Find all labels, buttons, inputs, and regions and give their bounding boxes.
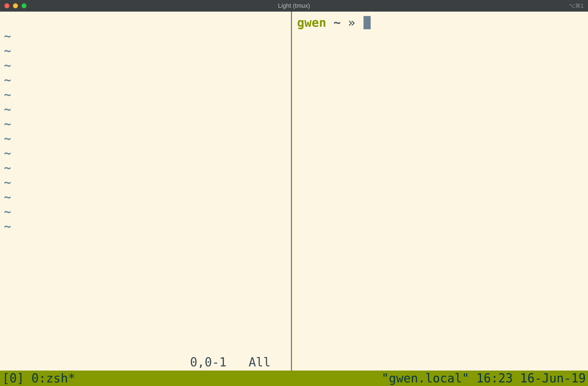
tmux-window-name[interactable]: 0:zsh*: [24, 371, 75, 385]
vim-tilde-line: ~: [4, 190, 291, 205]
vim-tilde-line: ~: [4, 219, 291, 234]
vim-tilde-line: ~: [4, 44, 291, 58]
vim-scroll-position: All: [249, 355, 271, 370]
vim-tilde-line: ~: [4, 58, 291, 73]
tmux-panes: ~ ~ ~ ~ ~ ~ ~ ~ ~ ~ ~ ~ ~ ~ 0,0-1 All: [0, 12, 588, 371]
vim-tilde-line: ~: [4, 102, 291, 117]
vim-status-line: 0,0-1 All: [0, 355, 291, 371]
maximize-window-button[interactable]: [22, 3, 26, 8]
terminal-body: ~ ~ ~ ~ ~ ~ ~ ~ ~ ~ ~ ~ ~ ~ 0,0-1 All: [0, 12, 588, 386]
vim-line-empty: [4, 14, 291, 29]
vim-buffer[interactable]: ~ ~ ~ ~ ~ ~ ~ ~ ~ ~ ~ ~ ~ ~: [0, 12, 291, 355]
prompt-hostname: gwen: [297, 15, 326, 30]
vim-tilde-line: ~: [4, 73, 291, 88]
vim-cursor-position: 0,0-1: [190, 355, 226, 370]
minimize-window-button[interactable]: [13, 3, 18, 8]
window-title: Light (tmux): [278, 2, 310, 9]
vim-tilde-line: ~: [4, 88, 291, 102]
tmux-pane-left[interactable]: ~ ~ ~ ~ ~ ~ ~ ~ ~ ~ ~ ~ ~ ~ 0,0-1 All: [0, 12, 292, 371]
close-window-button[interactable]: [4, 3, 9, 8]
vim-tilde-line: ~: [4, 205, 291, 219]
vim-tilde-line: ~: [4, 175, 291, 190]
tmux-time: 16:23: [476, 371, 513, 385]
terminal-cursor: [364, 16, 371, 29]
tmux-hostname: "gwen.local": [381, 371, 469, 385]
vim-tilde-line: ~: [4, 161, 291, 175]
tmux-window-label: 0:zsh*: [31, 371, 75, 385]
vim-tilde-line: ~: [4, 29, 291, 44]
tmux-session-index[interactable]: [0]: [2, 371, 24, 385]
shell-prompt[interactable]: gwen ~ »: [297, 15, 588, 30]
window-meta-shortcut: ⌥⌘1: [569, 2, 588, 9]
vim-tilde-line: ~: [4, 117, 291, 131]
prompt-path: ~: [333, 15, 341, 30]
vim-tilde-line: ~: [4, 131, 291, 146]
traffic-lights: [0, 3, 26, 8]
window-title-bar: Light (tmux) ⌥⌘1: [0, 0, 588, 12]
tmux-pane-right[interactable]: gwen ~ »: [292, 12, 588, 371]
prompt-separator: »: [348, 15, 355, 30]
tmux-status-bar: [0] 0:zsh* "gwen.local" 16:23 16-Jun-19: [0, 371, 588, 386]
tmux-date: 16-Jun-19: [520, 371, 586, 385]
vim-tilde-line: ~: [4, 146, 291, 161]
